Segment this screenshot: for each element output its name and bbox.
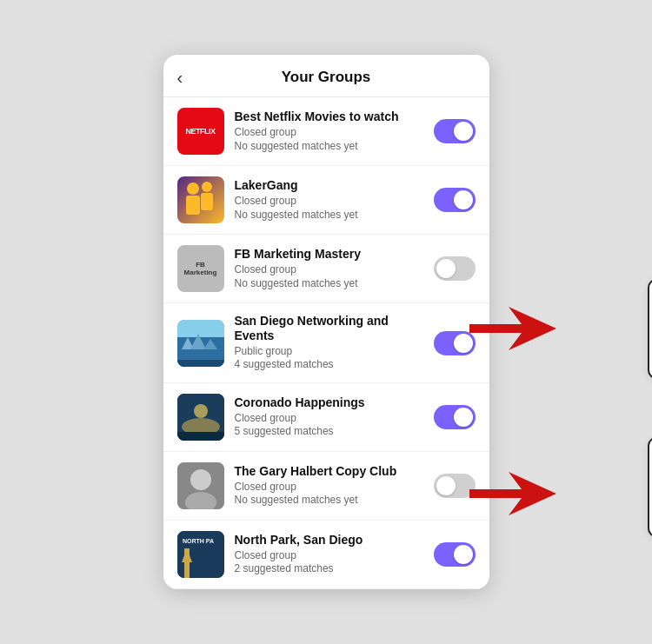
group-info-coronado: Coronado Happenings Closed group 5 sugge…	[235, 395, 425, 439]
toggle-northpark[interactable]	[434, 542, 476, 567]
page-header: ‹ Your Groups	[163, 55, 489, 97]
group-item-northpark: NORTH PA North Park, San Diego Closed gr…	[163, 521, 489, 589]
group-thumb-laker	[177, 176, 224, 223]
group-name-coronado: Coronado Happenings	[235, 395, 425, 410]
group-matches-netflix: No suggested matches yet	[235, 140, 425, 154]
group-name-gary: The Gary Halbert Copy Club	[235, 464, 425, 479]
group-info-northpark: North Park, San Diego Closed group 2 sug…	[235, 533, 425, 576]
group-type-laker: Closed group	[235, 195, 425, 209]
group-name-sandiego: San Diego Networking and Events	[235, 314, 425, 343]
group-matches-sandiego: 4 suggested matches	[235, 358, 425, 372]
group-thumb-northpark: NORTH PA	[177, 531, 224, 578]
group-info-sandiego: San Diego Networking and Events Public g…	[235, 314, 425, 372]
svg-text:NORTH PA: NORTH PA	[183, 538, 214, 544]
group-matches-northpark: 2 suggested matches	[235, 562, 425, 576]
group-matches-coronado: 5 suggested matches	[235, 425, 425, 439]
group-matches-gary: No suggested matches yet	[235, 494, 425, 508]
group-thumb-fbmarketing: FBMarketing	[177, 245, 224, 292]
group-type-fbmarketing: Closed group	[235, 263, 425, 277]
toggle-gary[interactable]	[434, 474, 476, 498]
group-item-gary: The Gary Halbert Copy Club Closed group …	[163, 452, 489, 521]
toggle-coronado[interactable]	[434, 405, 476, 429]
group-name-netflix: Best Netflix Movies to watch	[235, 110, 425, 124]
group-thumb-coronado	[177, 394, 224, 441]
group-matches-laker: No suggested matches yet	[235, 209, 425, 222]
toggle-fbmarketing[interactable]	[434, 256, 476, 281]
toggle-laker[interactable]	[434, 188, 476, 212]
svg-point-2	[202, 182, 212, 192]
group-info-gary: The Gary Halbert Copy Club Closed group …	[235, 464, 425, 508]
svg-rect-3	[201, 193, 213, 210]
group-thumb-netflix: NETFLIX	[177, 108, 224, 155]
group-item-netflix: NETFLIX Best Netflix Movies to watch Clo…	[163, 97, 489, 166]
group-type-netflix: Closed group	[235, 126, 425, 140]
svg-rect-9	[177, 360, 224, 367]
group-matches-fbmarketing: No suggested matches yet	[235, 277, 425, 291]
svg-point-15	[190, 469, 211, 490]
svg-point-0	[187, 183, 199, 195]
group-name-fbmarketing: FB Marketing Mastery	[235, 247, 425, 262]
group-type-gary: Closed group	[235, 481, 425, 495]
group-name-northpark: North Park, San Diego	[235, 533, 425, 548]
back-button[interactable]: ‹	[177, 68, 183, 88]
page-title: Your Groups	[282, 69, 371, 86]
callout-enable: When enabled, you can see members of the…	[648, 437, 653, 537]
group-info-netflix: Best Netflix Movies to watch Closed grou…	[235, 110, 425, 153]
svg-rect-13	[177, 432, 224, 441]
groups-list: NETFLIX Best Netflix Movies to watch Clo…	[163, 97, 489, 589]
toggle-netflix[interactable]	[434, 119, 476, 143]
group-info-fbmarketing: FB Marketing Mastery Closed group No sug…	[235, 247, 425, 290]
group-item-laker: LakerGang Closed group No suggested matc…	[163, 166, 489, 235]
group-item-coronado: Coronado Happenings Closed group 5 sugge…	[163, 383, 489, 452]
phone-container: ‹ Your Groups NETFLIX Best Netflix Movie…	[163, 55, 489, 589]
toggle-sandiego[interactable]	[434, 331, 476, 355]
group-type-northpark: Closed group	[235, 549, 425, 563]
callout-disable: Disable suggested matches in groups and …	[648, 279, 653, 379]
group-item-fbmarketing: FBMarketing FB Marketing Mastery Closed …	[163, 235, 489, 303]
svg-point-12	[194, 404, 208, 418]
group-name-laker: LakerGang	[235, 178, 425, 193]
group-item-sandiego: San Diego Networking and Events Public g…	[163, 303, 489, 383]
group-info-laker: LakerGang Closed group No suggested matc…	[235, 178, 425, 222]
group-type-coronado: Closed group	[235, 412, 425, 426]
svg-rect-5	[177, 320, 224, 337]
group-thumb-gary	[177, 462, 224, 509]
svg-rect-1	[186, 196, 200, 215]
group-type-sandiego: Public group	[235, 345, 425, 359]
group-thumb-sandiego	[177, 320, 224, 367]
